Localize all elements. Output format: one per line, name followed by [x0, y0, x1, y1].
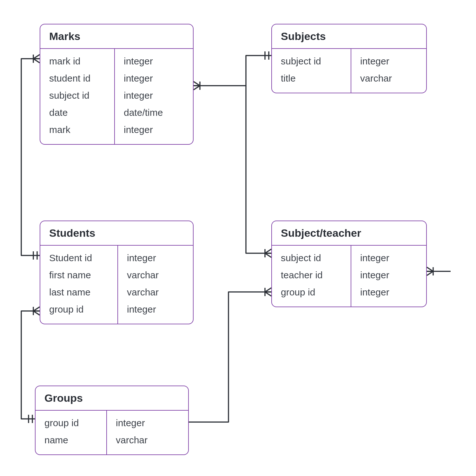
field-name: group id	[272, 284, 351, 301]
field-name: date	[40, 104, 114, 121]
entity-groups: Groups group id name integer varchar	[35, 386, 189, 455]
field-type: integer	[115, 121, 193, 138]
field-type: varchar	[118, 267, 193, 284]
rel-subjects-to-marks	[194, 56, 271, 86]
field-name: title	[272, 70, 351, 87]
entity-marks: Marks mark id student id subject id date…	[40, 24, 194, 145]
field-type: integer	[118, 301, 193, 318]
field-name: Student id	[40, 249, 117, 267]
field-type: integer	[351, 53, 426, 70]
field-name: mark id	[40, 53, 114, 70]
er-diagram-canvas: Marks mark id student id subject id date…	[0, 0, 476, 476]
rel-students-to-marks	[21, 59, 40, 255]
entity-students: Students Student id first name last name…	[40, 221, 194, 324]
field-name: teacher id	[272, 267, 351, 284]
field-type: varchar	[351, 70, 426, 87]
entity-subject-teacher-title: Subject/teacher	[272, 221, 426, 246]
field-type: integer	[115, 87, 193, 104]
field-type: varchar	[107, 432, 188, 449]
entity-subjects-title: Subjects	[272, 24, 426, 49]
field-type: integer	[118, 249, 193, 267]
entity-subject-teacher: Subject/teacher subject id teacher id gr…	[271, 221, 427, 307]
field-type: integer	[351, 267, 426, 284]
field-name: subject id	[272, 249, 351, 267]
field-type: integer	[115, 53, 193, 70]
field-name: first name	[40, 267, 117, 284]
field-type: integer	[351, 284, 426, 301]
field-name: subject id	[40, 87, 114, 104]
entity-subjects: Subjects subject id title integer varcha…	[271, 24, 427, 93]
field-name: student id	[40, 70, 114, 87]
rel-groups-to-subject-teacher	[189, 292, 271, 422]
rel-subjects-to-subject-teacher	[246, 86, 271, 253]
entity-groups-title: Groups	[36, 386, 188, 411]
field-name: name	[36, 432, 106, 449]
field-type: date/time	[115, 104, 193, 121]
field-name: group id	[36, 414, 106, 432]
field-type: integer	[115, 70, 193, 87]
field-name: subject id	[272, 53, 351, 70]
entity-students-title: Students	[40, 221, 193, 246]
field-name: group id	[40, 301, 117, 318]
entity-marks-title: Marks	[40, 24, 193, 49]
field-name: last name	[40, 284, 117, 301]
field-type: varchar	[118, 284, 193, 301]
field-type: integer	[107, 414, 188, 432]
field-name: mark	[40, 121, 114, 138]
field-type: integer	[351, 249, 426, 267]
